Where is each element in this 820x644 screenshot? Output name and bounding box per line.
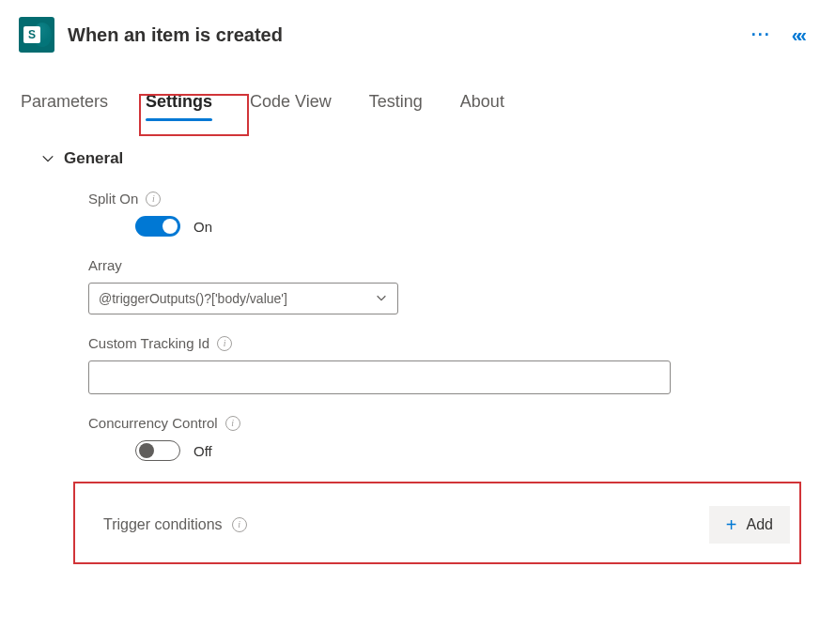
trigger-conditions-label: Trigger conditions <box>103 516 223 533</box>
array-label: Array <box>88 257 122 273</box>
concurrency-label: Concurrency Control <box>88 415 218 431</box>
split-on-state: On <box>193 219 212 235</box>
custom-tracking-label: Custom Tracking Id <box>88 335 209 351</box>
custom-tracking-input[interactable] <box>88 360 671 394</box>
settings-panel: General Split On i On Array @triggerOutp… <box>19 149 801 461</box>
field-array: Array @triggerOutputs()?['body/value'] <box>41 257 801 314</box>
tab-bar: Parameters Settings Code View Testing Ab… <box>19 77 801 121</box>
plus-icon: + <box>726 515 737 534</box>
section-title: General <box>64 149 123 168</box>
add-button-label: Add <box>747 516 773 533</box>
sharepoint-icon: S <box>19 17 54 53</box>
tab-parameters[interactable]: Parameters <box>19 86 110 121</box>
info-icon[interactable]: i <box>146 192 161 207</box>
field-split-on: Split On i On <box>41 191 801 237</box>
concurrency-toggle[interactable] <box>135 440 180 461</box>
annotation-highlight-trigger: Trigger conditions i + Add <box>73 482 801 564</box>
split-on-toggle[interactable] <box>135 216 180 237</box>
section-toggle-general[interactable]: General <box>41 149 801 168</box>
tab-about[interactable]: About <box>458 86 506 121</box>
array-value: @triggerOutputs()?['body/value'] <box>99 291 287 306</box>
add-trigger-condition-button[interactable]: + Add <box>709 506 790 544</box>
field-custom-tracking: Custom Tracking Id i <box>41 335 801 394</box>
more-icon[interactable]: ··· <box>751 26 771 43</box>
card-title: When an item is created <box>68 24 738 46</box>
concurrency-state: Off <box>193 443 212 459</box>
field-concurrency: Concurrency Control i Off <box>41 415 801 461</box>
split-on-label: Split On <box>88 191 138 207</box>
chevron-down-icon <box>41 152 54 165</box>
info-icon[interactable]: i <box>232 517 247 532</box>
field-trigger-conditions: Trigger conditions i + Add <box>75 487 799 562</box>
collapse-icon[interactable]: «« <box>792 24 801 46</box>
info-icon[interactable]: i <box>217 336 232 351</box>
card-header: S When an item is created ··· «« <box>19 15 801 77</box>
tab-testing[interactable]: Testing <box>367 86 425 121</box>
info-icon[interactable]: i <box>225 416 240 431</box>
array-select[interactable]: @triggerOutputs()?['body/value'] <box>88 283 398 314</box>
tab-settings[interactable]: Settings <box>144 86 214 121</box>
tab-code-view[interactable]: Code View <box>248 86 333 121</box>
chevron-down-icon <box>375 291 388 307</box>
